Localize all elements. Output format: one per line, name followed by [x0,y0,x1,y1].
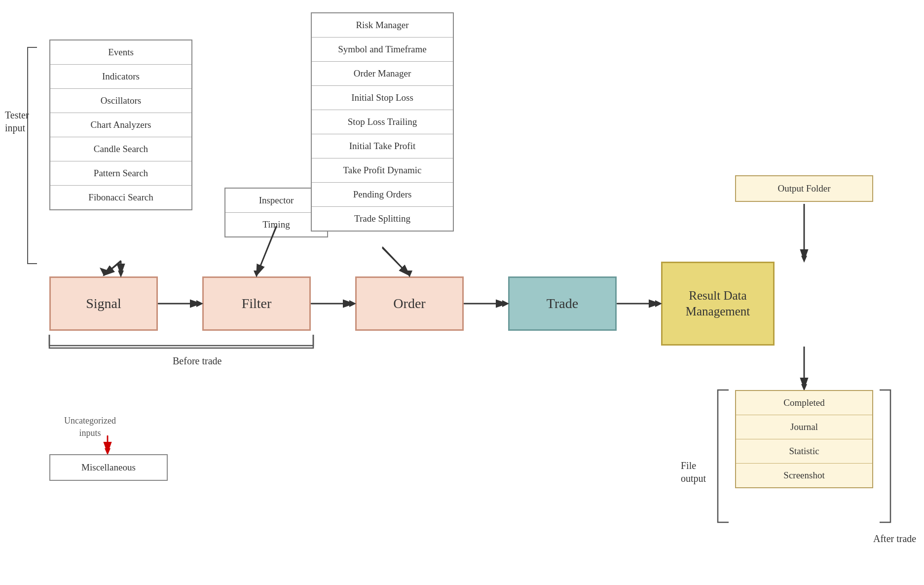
svg-line-27 [382,248,409,275]
svg-line-25 [104,262,121,275]
svg-line-6 [382,247,409,275]
process-order: Order [355,276,464,331]
order-item-order-manager: Order Manager [312,62,453,86]
uncategorized-label: Uncategorized inputs [64,415,116,439]
input-item-pattern-search: Pattern Search [50,161,191,186]
svg-marker-1 [100,268,109,275]
file-output-screenshot: Screenshot [736,464,872,487]
file-output-journal: Journal [736,415,872,439]
order-item-risk-manager: Risk Manager [312,13,453,38]
order-item-initial-take-profit: Initial Take Profit [312,134,453,158]
after-trade-label: After trade [873,533,916,545]
svg-line-0 [104,261,121,275]
input-item-events: Events [50,40,191,65]
tester-input-label: Tester input [5,109,29,134]
order-item-stop-loss-trailing: Stop Loss Trailing [312,110,453,134]
order-item-pending-orders: Pending Orders [312,183,453,207]
process-signal: Signal [49,276,158,331]
file-output-completed: Completed [736,391,872,415]
output-folder-box: Output Folder [735,175,873,202]
svg-marker-17 [801,256,807,263]
input-item-candle-search: Candle Search [50,137,191,161]
file-output-label: File output [681,459,706,485]
order-item-symbol-timeframe: Symbol and Timeframe [312,38,453,62]
order-item-initial-stop-loss: Initial Stop Loss [312,86,453,110]
input-item-oscillators: Oscillators [50,89,191,113]
before-trade-label: Before trade [173,355,222,367]
file-output-statistic: Statistic [736,439,872,464]
file-output-group: Completed Journal Statistic Screenshot [735,390,873,488]
diagram-container: Tester input Events Indicators Oscillato… [0,0,924,585]
input-item-chart-analyzers: Chart Analyzers [50,113,191,137]
tester-bracket [27,47,37,264]
order-item-trade-splitting: Trade Splitting [312,207,453,231]
order-group: Risk Manager Symbol and Timeframe Order … [311,12,454,232]
miscellaneous-box: Miscellaneous [49,454,168,481]
input-item-fibonacci-search: Fibonacci Search [50,186,191,209]
process-trade: Trade [508,276,617,331]
input-group: Events Indicators Oscillators Chart Anal… [49,39,192,210]
process-rdm: Result Data Management [661,262,775,346]
process-filter: Filter [202,276,311,331]
order-item-take-profit-dynamic: Take Profit Dynamic [312,158,453,183]
input-item-indicators: Indicators [50,65,191,89]
